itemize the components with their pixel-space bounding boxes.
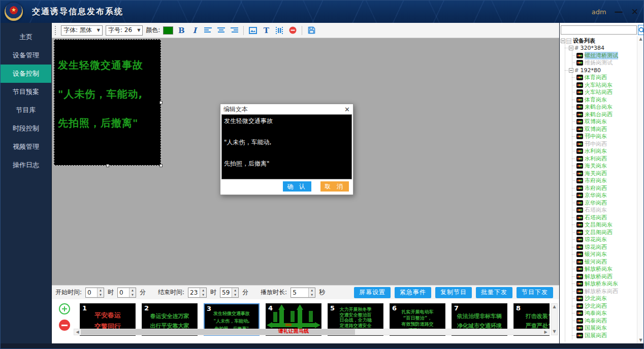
add-program-button[interactable]	[59, 303, 70, 314]
confirm-button[interactable]: 确 认	[283, 181, 311, 192]
sidebar-item-7[interactable]: 操作日志	[1, 156, 51, 174]
thumbnail-text-line: 日会战，全力稳	[328, 318, 383, 323]
insert-text-button[interactable]: T	[261, 25, 271, 36]
device-search-input[interactable]	[561, 25, 637, 35]
playlist-thumbnail-4[interactable]: 4请礼让斑马线	[266, 303, 321, 336]
save-button[interactable]	[306, 25, 316, 36]
thumbnail-text-line: 扎实开展电动车	[390, 309, 445, 315]
resize-handle-right[interactable]	[159, 101, 163, 104]
spin-down-icon[interactable]: ▼	[130, 293, 136, 297]
spin-down-icon[interactable]: ▼	[98, 293, 104, 297]
action-button-1[interactable]: 紧急事件	[395, 287, 431, 298]
align-right-button[interactable]	[229, 25, 239, 36]
action-button-4[interactable]: 节目下发	[517, 287, 553, 298]
scroll-down-icon[interactable]: ▼	[637, 337, 644, 343]
traffic-light-icon	[576, 156, 583, 162]
action-button-3[interactable]: 批量下发	[476, 287, 512, 298]
scroll-up-icon[interactable]: ▲	[637, 36, 644, 42]
spin-up-icon[interactable]: ▲	[130, 288, 136, 293]
insert-image-button[interactable]	[248, 25, 258, 36]
hour-label: 时	[210, 288, 216, 297]
spin-down-icon[interactable]: ▼	[232, 293, 238, 297]
tree-connector	[572, 276, 575, 277]
device-label: 银河岗西	[585, 258, 607, 266]
search-button[interactable]	[638, 25, 644, 35]
thumbnail-number: 1	[82, 304, 87, 312]
duration-label: 播放时长:	[261, 288, 287, 297]
spin-down-icon[interactable]: ▼	[200, 293, 206, 297]
scroll-down-icon[interactable]: ▼	[552, 329, 557, 335]
delete-item-button[interactable]	[287, 25, 298, 36]
led-preview-panel[interactable]: 发生轻微交通事故 "人未伤，车能动, 先拍照，后撤离"	[54, 39, 161, 166]
spin-up-icon[interactable]: ▲	[232, 288, 238, 293]
device-label: 石塔岗西	[585, 214, 607, 221]
collapse-icon[interactable]	[569, 46, 573, 50]
traffic-light-icon	[576, 325, 583, 331]
tree-connector	[572, 283, 575, 284]
device-label: 解放桥岗西	[585, 273, 613, 280]
action-button-0[interactable]: 屏幕设置	[354, 287, 391, 298]
traffic-light-icon	[576, 251, 583, 257]
thumbnail-text-line: “百日整治”，	[390, 315, 445, 321]
scroll-up-icon[interactable]: ▲	[552, 304, 557, 310]
collapse-icon[interactable]	[561, 39, 565, 43]
spin-up-icon[interactable]: ▲	[200, 288, 206, 293]
dialog-textarea[interactable]: 发生轻微交通事故 "人未伤，车能动, 先拍照，后撤离"	[221, 114, 352, 179]
close-icon[interactable]: ✕	[631, 8, 638, 16]
columns-button[interactable]	[274, 25, 284, 36]
edit-text-dialog: 编辑文本 ✕ 发生轻微交通事故 "人未伤，车能动, 先拍照，后撤离" 确 认 取…	[220, 104, 353, 195]
dialog-close-icon[interactable]: ✕	[344, 106, 350, 113]
resize-handle-bottom[interactable]	[106, 164, 109, 167]
sidebar-item-4[interactable]: 节目库	[1, 101, 51, 119]
action-button-2[interactable]: 复制节目	[435, 287, 472, 298]
align-center-button[interactable]	[216, 25, 226, 36]
align-left-button[interactable]	[203, 25, 213, 36]
device-label: 文昌阁岗东	[585, 221, 613, 229]
thumbnail-text-line: 打击改装“灯	[514, 311, 550, 321]
thumbnail-text-line: 春运安全连万家	[142, 311, 197, 321]
traffic-light-icon	[576, 237, 583, 242]
sidebar-item-0[interactable]: 主页	[1, 28, 51, 46]
collapse-icon[interactable]	[569, 68, 573, 73]
start-minute-stepper[interactable]: 0▲▼	[117, 288, 136, 298]
sidebar-item-1[interactable]: 设备管理	[1, 46, 51, 65]
sidebar-item-5[interactable]: 时段控制	[1, 119, 51, 138]
app-title: 交通诱导信息发布系统	[32, 7, 123, 17]
sidebar-item-3[interactable]: 节目预案	[1, 83, 51, 101]
end-hour-stepper[interactable]: 23▲▼	[188, 288, 207, 298]
device-label: 市府岗东	[585, 177, 607, 184]
traffic-light-icon	[576, 333, 583, 338]
end-time-label: 结束时间:	[158, 288, 184, 297]
minimize-icon[interactable]: —	[615, 8, 623, 16]
spin-down-icon[interactable]: ▼	[309, 293, 315, 297]
cancel-button[interactable]: 取 消	[320, 181, 349, 192]
remove-program-button[interactable]	[59, 320, 70, 331]
color-swatch[interactable]	[163, 26, 173, 35]
end-minute-stepper[interactable]: 59▲▼	[220, 288, 239, 298]
spin-up-icon[interactable]: ▲	[98, 288, 104, 293]
duration-stepper[interactable]: 5▲▼	[291, 288, 315, 298]
tree-scrollbar[interactable]: ▲ ▼	[637, 36, 644, 343]
traffic-light-icon	[576, 185, 583, 191]
font-size-select[interactable]: 字号: 26 ▼	[106, 25, 143, 36]
scrollbar-track[interactable]	[355, 329, 542, 335]
scroll-right-icon[interactable]: ▶	[542, 329, 549, 335]
traffic-light-icon	[576, 134, 583, 139]
resize-handle-corner[interactable]	[159, 164, 163, 167]
hour-label: 时	[108, 288, 114, 297]
start-hour-stepper[interactable]: 0▲▼	[85, 288, 104, 298]
tree-connector	[572, 92, 575, 92]
device-panel: ⿳设备列表#320*384螺丝湾桥测试维扬岗测试#192*80体育岗西火车站岗东…	[559, 23, 644, 343]
italic-button[interactable]: I	[189, 25, 200, 36]
thumbnail-text-line: 依法治理非标车辆	[452, 311, 507, 321]
strip-vertical-scrollbar[interactable]: ▲ ▼	[551, 303, 558, 335]
sidebar-item-6[interactable]: 视频管理	[1, 138, 51, 156]
bold-button[interactable]: B	[176, 25, 186, 36]
tree-root[interactable]: ⿳设备列表	[561, 37, 637, 45]
sidebar-item-2[interactable]: 设备控制	[1, 65, 51, 83]
font-family-select[interactable]: 字体: 黑体 ▼	[61, 25, 103, 36]
traffic-light-icon	[576, 112, 583, 117]
spin-up-icon[interactable]: ▲	[309, 288, 315, 293]
scroll-left-icon[interactable]: ◀	[74, 329, 81, 335]
tree-connector	[572, 107, 575, 107]
